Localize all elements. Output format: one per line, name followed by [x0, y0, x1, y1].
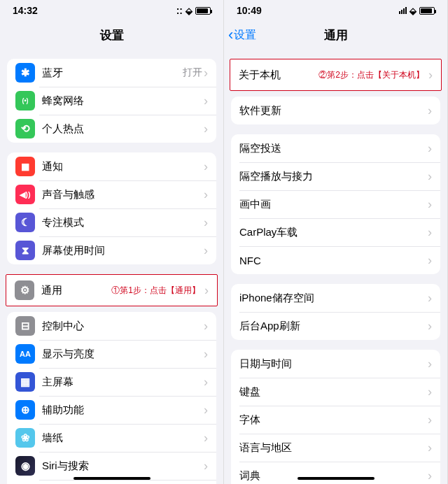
- gear-icon: ⚙: [15, 280, 34, 300]
- page-title: 设置: [100, 27, 124, 43]
- chevron-right-icon: ›: [204, 216, 208, 229]
- row-label: 后台App刷新: [239, 320, 428, 333]
- chevron-right-icon: ›: [204, 460, 208, 472]
- row-airplay[interactable]: 隔空播放与接力 ›: [231, 162, 440, 190]
- status-time: 10:49: [237, 5, 262, 16]
- row-label: 词典: [239, 469, 428, 483]
- row-label: 蓝牙: [42, 66, 183, 80]
- row-focus[interactable]: ☾ 专注模式 ›: [7, 208, 216, 236]
- chevron-right-icon: ›: [428, 254, 432, 266]
- chevron-right-icon: ›: [204, 122, 208, 135]
- chevron-right-icon: ›: [204, 188, 208, 201]
- grid-icon: ▦: [15, 372, 35, 392]
- nav-bar: 设置: [0, 21, 223, 49]
- chevron-right-icon: ›: [204, 160, 208, 173]
- back-label: 设置: [234, 28, 256, 43]
- chevron-right-icon: ›: [428, 469, 432, 482]
- highlight-general: ⚙ 通用 ①第1步：点击【通用】 ›: [6, 274, 218, 306]
- settings-list[interactable]: ✱ 蓝牙 打开 › (•) 蜂窝网络 › ⟲ 个人热点 › ◼ 通知 ›: [0, 49, 223, 484]
- hourglass-icon: ⧗: [15, 241, 35, 260]
- row-label: 主屏幕: [42, 376, 204, 389]
- phone-general: 10:49 ⬙ ‹ 设置 通用 关于本机 ②第2步：点击【关于本机】 › 软件更…: [224, 0, 448, 484]
- chevron-right-icon: ›: [204, 94, 208, 107]
- general-list[interactable]: 关于本机 ②第2步：点击【关于本机】 › 软件更新 › 隔空投送 › 隔空播放与…: [224, 49, 447, 484]
- step-annotation: ②第2步：点击【关于本机】: [318, 69, 424, 81]
- row-label: 通用: [41, 284, 111, 297]
- row-label: 隔空投送: [239, 142, 428, 155]
- row-screentime[interactable]: ⧗ 屏幕使用时间 ›: [7, 236, 216, 264]
- status-bar: 14:32 :: ⬙: [0, 0, 223, 21]
- moon-icon: ☾: [15, 213, 35, 232]
- back-button[interactable]: ‹ 设置: [228, 27, 256, 43]
- row-accessibility[interactable]: ⊕ 辅助功能 ›: [7, 396, 216, 424]
- row-label: 语言与地区: [239, 441, 428, 455]
- row-label: 声音与触感: [42, 188, 204, 201]
- row-storage[interactable]: iPhone储存空间 ›: [231, 284, 440, 312]
- row-notifications[interactable]: ◼ 通知 ›: [7, 152, 216, 180]
- row-label: 墙纸: [42, 432, 204, 445]
- row-bluetooth[interactable]: ✱ 蓝牙 打开 ›: [7, 59, 216, 87]
- row-label: 控制中心: [42, 320, 204, 333]
- chevron-right-icon: ›: [428, 142, 432, 155]
- row-keyboard[interactable]: 键盘 ›: [231, 378, 440, 406]
- chevron-right-icon: ›: [428, 104, 432, 117]
- chevron-right-icon: ›: [428, 69, 433, 81]
- row-cellular[interactable]: (•) 蜂窝网络 ›: [7, 87, 216, 115]
- row-datetime[interactable]: 日期与时间 ›: [231, 350, 440, 378]
- row-faceid[interactable]: ☻ 面容ID与密码 ›: [7, 480, 216, 484]
- chevron-right-icon: ›: [428, 198, 432, 211]
- chevron-right-icon: ›: [428, 226, 432, 239]
- switches-icon: ⊟: [15, 316, 35, 336]
- nav-bar: ‹ 设置 通用: [224, 21, 447, 49]
- row-general[interactable]: ⚙ 通用 ①第1步：点击【通用】 ›: [6, 275, 217, 306]
- cellular-icon: [399, 7, 407, 14]
- row-language[interactable]: 语言与地区 ›: [231, 434, 440, 462]
- bluetooth-icon: ✱: [15, 63, 35, 83]
- flower-icon: ❀: [15, 428, 35, 448]
- chevron-right-icon: ›: [428, 385, 432, 398]
- status-bar: 10:49 ⬙: [224, 0, 447, 21]
- row-nfc[interactable]: NFC ›: [231, 246, 440, 274]
- accessibility-icon: ⊕: [15, 400, 35, 420]
- chevron-right-icon: ›: [204, 348, 208, 360]
- row-label: 日期与时间: [239, 357, 428, 371]
- phone-settings: 14:32 :: ⬙ 设置 ✱ 蓝牙 打开 › (•) 蜂窝网络 › ⟲ 个人热…: [0, 0, 224, 484]
- row-label: iPhone储存空间: [239, 292, 428, 305]
- antenna-icon: (•): [15, 91, 35, 111]
- row-sounds[interactable]: ◀)) 声音与触感 ›: [7, 180, 216, 208]
- chevron-left-icon: ‹: [228, 27, 233, 43]
- page-title: 通用: [324, 27, 348, 43]
- row-airdrop[interactable]: 隔空投送 ›: [231, 134, 440, 162]
- row-label: 键盘: [239, 385, 428, 399]
- bell-icon: ◼: [15, 157, 35, 176]
- row-label: 软件更新: [239, 104, 428, 118]
- battery-icon: [419, 7, 435, 15]
- chevron-right-icon: ›: [204, 284, 209, 297]
- row-fonts[interactable]: 字体 ›: [231, 406, 440, 434]
- row-pip[interactable]: 画中画 ›: [231, 190, 440, 218]
- row-controlcenter[interactable]: ⊟ 控制中心 ›: [7, 312, 216, 340]
- row-display[interactable]: AA 显示与亮度 ›: [7, 340, 216, 368]
- row-about[interactable]: 关于本机 ②第2步：点击【关于本机】 ›: [230, 59, 441, 90]
- row-value: 打开: [183, 66, 202, 79]
- row-update[interactable]: 软件更新 ›: [231, 97, 440, 124]
- row-siri[interactable]: ◉ Siri与搜索 ›: [7, 452, 216, 480]
- status-indicators: ⬙: [399, 6, 435, 16]
- row-label: NFC: [239, 255, 428, 266]
- row-label: 字体: [239, 413, 428, 427]
- row-carplay[interactable]: CarPlay车载 ›: [231, 218, 440, 246]
- row-label: 显示与亮度: [42, 348, 204, 361]
- row-label: 通知: [42, 160, 204, 173]
- home-indicator[interactable]: [298, 477, 374, 480]
- status-time: 14:32: [13, 5, 38, 16]
- row-refresh[interactable]: 后台App刷新 ›: [231, 312, 440, 340]
- chevron-right-icon: ›: [204, 376, 208, 388]
- row-hotspot[interactable]: ⟲ 个人热点 ›: [7, 115, 216, 143]
- home-indicator[interactable]: [74, 477, 150, 480]
- row-dictionary[interactable]: 词典 ›: [231, 462, 440, 484]
- chevron-right-icon: ›: [204, 432, 208, 444]
- row-home[interactable]: ▦ 主屏幕 ›: [7, 368, 216, 396]
- row-wallpaper[interactable]: ❀ 墙纸 ›: [7, 424, 216, 452]
- speaker-icon: ◀)): [15, 185, 35, 204]
- step-annotation: ①第1步：点击【通用】: [111, 285, 200, 297]
